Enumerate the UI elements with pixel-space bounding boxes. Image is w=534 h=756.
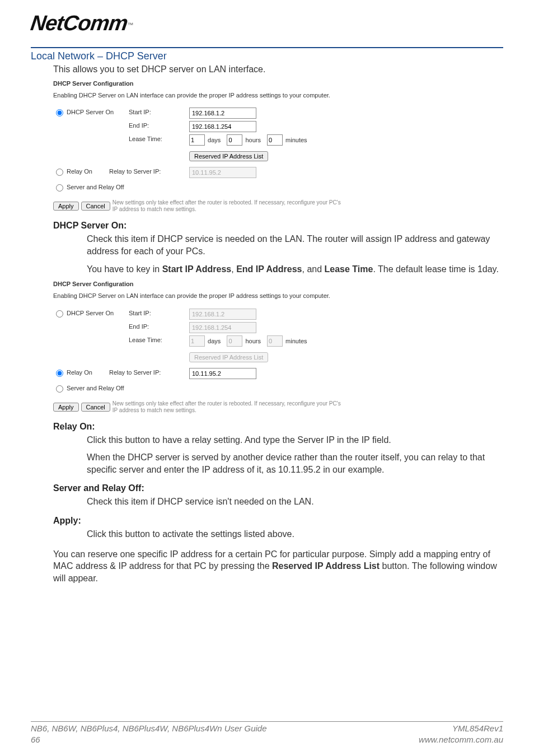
relay-ip-label: Relay to Server IP:	[109, 167, 189, 175]
cancel-button[interactable]: Cancel	[81, 202, 110, 211]
para-server-relay-off: Check this item if DHCP service isn't ne…	[0, 496, 534, 508]
start-ip-input[interactable]	[189, 309, 256, 320]
days-label: days	[208, 338, 221, 344]
minutes-label: minutes	[285, 338, 307, 344]
relay-on-label: Relay On	[67, 369, 92, 376]
heading-dhcp-server-on: DHCP Server On:	[0, 221, 534, 231]
start-ip-input[interactable]	[189, 108, 256, 119]
panel-desc: Enabling DHCP Server on LAN interface ca…	[53, 91, 367, 100]
heading-server-relay-off: Server and Relay Off:	[0, 483, 534, 493]
server-relay-off-label: Server and Relay Off	[67, 385, 124, 391]
lease-days-input[interactable]	[189, 134, 205, 146]
section-title: Local Network – DHCP Server	[0, 48, 534, 62]
server-relay-off-radio[interactable]	[56, 385, 63, 393]
relay-on-label: Relay On	[67, 168, 92, 175]
relay-ip-input[interactable]	[189, 368, 256, 379]
hours-label: hours	[245, 338, 261, 344]
para-reserve: You can reserve one specific IP address …	[0, 548, 534, 585]
footer: NB6, NB6W, NB6Plus4, NB6Plus4W, NB6Plus4…	[0, 721, 534, 745]
panel-title: DHCP Server Configuration	[53, 80, 456, 87]
apply-button[interactable]: Apply	[53, 403, 79, 412]
relay-on-radio[interactable]	[56, 169, 63, 176]
lease-label: Lease Time:	[129, 134, 189, 142]
lease-hours-input[interactable]	[227, 335, 242, 347]
lease-label: Lease Time:	[129, 335, 189, 343]
para-relay-on-2: When the DHCP server is served by anothe…	[0, 451, 534, 475]
dhcp-server-on-label: DHCP Server On	[67, 109, 114, 115]
dhcp-server-on-label: DHCP Server On	[67, 310, 114, 316]
server-relay-off-radio[interactable]	[56, 184, 63, 192]
dhcp-server-on-radio[interactable]	[56, 109, 63, 116]
footer-page-number: 66	[31, 734, 267, 745]
logo-area: NetComm™	[0, 0, 534, 47]
apply-button[interactable]: Apply	[53, 202, 79, 211]
intro-text: This allows you to set DHCP server on LA…	[0, 62, 534, 80]
lease-hours-input[interactable]	[227, 134, 242, 146]
lease-mins-input[interactable]	[267, 335, 283, 347]
cancel-button[interactable]: Cancel	[81, 403, 110, 412]
start-ip-label: Start IP:	[129, 309, 189, 316]
para-dhcp-on-1: Check this item if DHCP service is neede…	[0, 233, 534, 257]
dhcp-config-panel-1: DHCP Server Configuration Enabling DHCP …	[53, 80, 456, 213]
lease-days-input[interactable]	[189, 335, 205, 347]
heading-apply: Apply:	[0, 516, 534, 526]
hours-label: hours	[245, 137, 261, 143]
footer-rule	[31, 721, 503, 722]
relay-ip-input[interactable]	[189, 167, 256, 178]
start-ip-label: Start IP:	[129, 108, 189, 115]
footer-guide-title: NB6, NB6W, NB6Plus4, NB6Plus4W, NB6Plus4…	[31, 723, 267, 734]
relay-on-radio[interactable]	[56, 370, 63, 377]
panel-title: DHCP Server Configuration	[53, 281, 456, 287]
apply-note: New settings only take effect after the …	[113, 400, 342, 414]
para-dhcp-on-2: You have to key in Start IP Address, End…	[0, 263, 534, 276]
minutes-label: minutes	[285, 137, 307, 143]
logo-tm: ™	[127, 21, 133, 28]
end-ip-label: End IP:	[129, 322, 189, 330]
dhcp-server-on-radio[interactable]	[56, 310, 63, 318]
footer-url: www.netcomm.com.au	[419, 734, 503, 745]
end-ip-input[interactable]	[189, 322, 256, 333]
end-ip-input[interactable]	[189, 121, 256, 132]
logo-brand: NetComm	[29, 11, 129, 35]
para-relay-on-1: Click this button to have a relay settin…	[0, 434, 534, 446]
heading-relay-on: Relay On:	[0, 422, 534, 432]
server-relay-off-label: Server and Relay Off	[67, 184, 124, 190]
lease-mins-input[interactable]	[267, 134, 283, 146]
reserved-ip-list-button[interactable]: Reserved IP Address List	[189, 151, 268, 161]
panel-desc: Enabling DHCP Server on LAN interface ca…	[53, 292, 367, 300]
apply-note: New settings only take effect after the …	[113, 199, 342, 213]
days-label: days	[208, 137, 221, 143]
dhcp-config-panel-2: DHCP Server Configuration Enabling DHCP …	[53, 281, 456, 413]
end-ip-label: End IP:	[129, 121, 189, 129]
footer-revision: YML854Rev1	[419, 723, 503, 734]
para-apply: Click this button to activate the settin…	[0, 528, 534, 540]
reserved-ip-list-button[interactable]: Reserved IP Address List	[189, 352, 268, 362]
relay-ip-label: Relay to Server IP:	[109, 368, 189, 376]
